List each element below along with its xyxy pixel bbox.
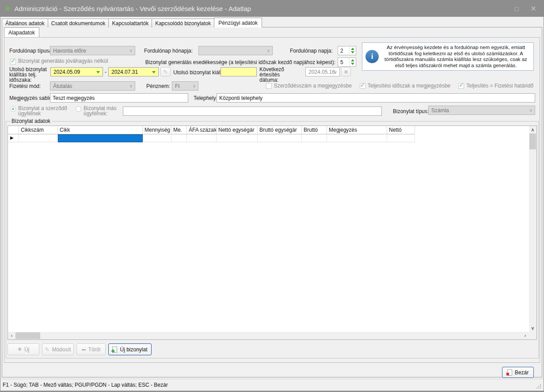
chevron-down-icon: ∨ xyxy=(529,108,533,113)
grid-row[interactable]: ▶ xyxy=(8,134,536,142)
cell-netto-egysegar[interactable] xyxy=(217,134,258,142)
esedekesseg-spinner[interactable]: 5 xyxy=(338,57,356,67)
grid-col-afa-szazalek[interactable]: ÁFA százalék xyxy=(187,126,217,134)
dropdown-arrow-icon xyxy=(96,71,100,73)
tab-kapcsolodo-bizonylatok[interactable]: Kapcsolódó bizonylatok xyxy=(152,19,214,27)
grid-col-netto[interactable]: Nettó xyxy=(387,126,415,134)
row-marker-cell[interactable]: ▶ xyxy=(8,134,19,142)
utolso-kiallitas-field[interactable] xyxy=(221,67,257,76)
tab-altalanos-adatok[interactable]: Általános adatok xyxy=(2,19,48,27)
bizonylat-generalas-checkbox[interactable]: ✓ Bizonylat generálás jóváhagyás nélkül xyxy=(10,58,108,65)
spin-up-icon xyxy=(351,59,354,61)
teljesitesi-idoszak-checkbox[interactable]: ✓ Teljesítési időszak a megjegyzésbe xyxy=(360,83,450,89)
scroll-up-button[interactable]: ∧ xyxy=(529,126,536,133)
idoszak-tol-date-combo[interactable]: 2024.05.09 xyxy=(50,67,103,76)
bizonylat-szerzodo-label: Bizonylat a szerződő ügyfélnek xyxy=(18,106,67,116)
grid-col-cikk[interactable]: Cikk xyxy=(58,126,143,134)
horizontal-scrollbar[interactable]: ‹ › xyxy=(8,332,529,339)
grid-header-filler xyxy=(415,126,536,134)
fordulonap-honapja-label: Fordulónap hónapja: xyxy=(144,48,193,54)
szerzodesszam-checkbox[interactable]: Szerződésszám a megjegyzésbe xyxy=(266,83,352,89)
resize-grip[interactable] xyxy=(536,383,542,388)
checkbox-icon xyxy=(266,83,272,89)
radio-dot-icon xyxy=(12,108,14,110)
penznem-combo[interactable]: Ft ∨ xyxy=(172,81,198,91)
scroll-right-button[interactable]: › xyxy=(521,332,529,339)
cell-brutto-egysegar[interactable] xyxy=(258,134,302,142)
megjegyzes-sablon-field[interactable]: Teszt megjegyzés xyxy=(50,93,188,103)
cell-brutto[interactable] xyxy=(302,134,327,142)
fordulonap-napja-spinner[interactable]: 2 xyxy=(338,46,356,55)
telephely-field[interactable]: Központi telephely xyxy=(217,93,535,103)
fizetesi-mod-value: Átutalás xyxy=(53,83,72,89)
idoszak-ig-date-combo[interactable]: 2024.07.31 xyxy=(108,67,159,76)
cell-cikkszam[interactable] xyxy=(19,134,58,142)
cell-netto[interactable] xyxy=(387,134,415,142)
fordulonap-tipusa-label: Fordulónap típusa: xyxy=(9,48,53,54)
grid-col-brutto[interactable]: Bruttó xyxy=(302,126,327,134)
edit-period-button[interactable]: ✎ xyxy=(160,67,171,76)
uj-bizonylat-button[interactable]: ✚ Új bizonylat xyxy=(108,343,152,355)
grid-header-indicator[interactable] xyxy=(8,126,19,134)
grid-col-brutto-egysegar[interactable]: Bruttó egységár xyxy=(258,126,302,134)
cell-megjegyzes[interactable] xyxy=(327,134,387,142)
cell-cikk-selected[interactable] xyxy=(58,134,143,142)
bizonylat-szerzodo-radio[interactable]: Bizonylat a szerződő ügyfélnek xyxy=(10,106,67,116)
app-icon: ❋ xyxy=(5,5,11,13)
uj-button[interactable]: ✚ Új xyxy=(8,343,39,355)
scroll-down-button[interactable]: ∨ xyxy=(529,324,536,332)
app-window: ❋ Adminisztráció - Szerződés nyilvántart… xyxy=(0,0,544,392)
spinner-arrows[interactable] xyxy=(349,58,356,66)
fordulonap-honapja-combo[interactable]: ∨ xyxy=(198,46,273,55)
close-document-icon: ✖ xyxy=(507,369,512,376)
torol-button-label: Töröl xyxy=(88,346,100,353)
check-icon: ✓ xyxy=(360,82,365,88)
tab-alapadatok[interactable]: Alapadatok xyxy=(4,27,39,37)
fizetesi-mod-combo[interactable]: Átutalás ∨ xyxy=(50,81,135,91)
cell-mennyiseg[interactable] xyxy=(143,134,171,142)
cell-me[interactable] xyxy=(171,134,187,142)
bizonylat-tipus-combo[interactable]: Számla ∨ xyxy=(428,106,535,115)
torol-button[interactable]: Töröl xyxy=(76,343,106,355)
bezar-button[interactable]: ✖ Bezár xyxy=(502,367,534,378)
radio-icon xyxy=(10,106,16,112)
modosit-button[interactable]: ✎ Módosít xyxy=(42,343,74,355)
uj-bizonylat-button-label: Új bizonylat xyxy=(120,346,147,353)
option-checkbox-row: Szerződésszám a megjegyzésbe ✓ Teljesíté… xyxy=(266,83,533,89)
vertical-scrollbar[interactable]: ∧ ∨ xyxy=(529,126,536,332)
horizontal-scroll-thumb[interactable] xyxy=(15,332,40,339)
close-window-button[interactable]: ✕ xyxy=(525,0,542,17)
fordulonap-napja-value: 2 xyxy=(338,46,349,55)
grid-col-me[interactable]: Me. xyxy=(171,126,187,134)
tab-kapcsolattartok[interactable]: Kapcsolattartók xyxy=(108,19,152,27)
statusbar-hint-text: F1 - Súgó; TAB - Mező váltás; PGUP/PGDN … xyxy=(3,382,168,388)
clear-date-button[interactable]: ✖ xyxy=(341,67,351,76)
grid-col-cikkszam[interactable]: Cikkszám xyxy=(19,126,58,134)
spin-up-icon xyxy=(351,48,354,50)
tab-csatolt-dokumentumok[interactable]: Csatolt dokumentumok xyxy=(48,19,109,27)
esedekesseg-value: 5 xyxy=(338,58,349,66)
teljesites-hatarido-checkbox[interactable]: ✓ Teljesítés = Fizetési határidő xyxy=(458,83,533,89)
bizonylat-mas-radio[interactable]: Bizonylat más ügyfélnek: xyxy=(76,106,117,116)
grid-col-megjegyzes[interactable]: Megjegyzés xyxy=(327,126,387,134)
spin-down-icon xyxy=(351,63,354,65)
spinner-arrows[interactable] xyxy=(349,46,356,55)
maximize-button[interactable]: □ xyxy=(508,0,525,17)
tab-penzugyi-adatok[interactable]: Pénzügyi adatok xyxy=(214,18,262,27)
vertical-scroll-thumb[interactable] xyxy=(529,133,536,149)
bizonylat-tipus-value: Számla xyxy=(431,107,449,114)
spin-down-icon xyxy=(351,51,354,53)
scroll-left-button[interactable]: ‹ xyxy=(8,332,15,339)
grid-col-mennyiseg[interactable]: Mennyiség xyxy=(143,126,171,134)
cell-afa-szazalek[interactable] xyxy=(187,134,217,142)
grid-col-netto-egysegar[interactable]: Nettó egységár xyxy=(217,126,258,134)
scroll-left-icon: ‹ xyxy=(11,333,12,338)
info-icon: i xyxy=(365,50,379,63)
kovetkezo-ertesites-date-combo[interactable]: 2024.05.16. ∨ xyxy=(305,67,340,76)
kovetkezo-ertesites-label: Következő értesítés dátuma: xyxy=(259,67,304,83)
scroll-right-icon: › xyxy=(525,333,526,338)
chevron-down-icon: ∨ xyxy=(193,84,196,88)
bizonylat-mas-field[interactable] xyxy=(123,107,382,116)
fordulonap-tipusa-combo[interactable]: Havonta előre ∨ xyxy=(50,46,135,55)
fordulonap-tipusa-value: Havonta előre xyxy=(53,48,86,54)
